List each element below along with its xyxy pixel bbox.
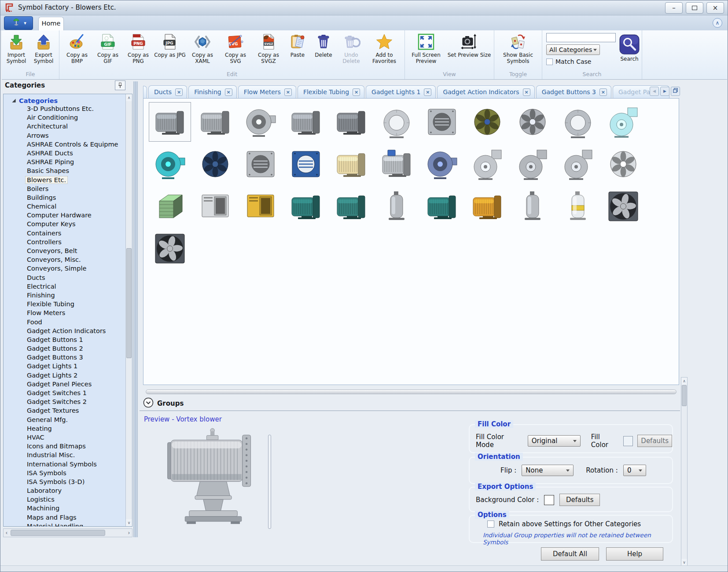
add-to-favorites-button[interactable]: Add to Favorites xyxy=(365,32,403,64)
category-item-gadget-buttons-1[interactable]: Gadget Buttons 1 xyxy=(4,336,125,345)
symbol-thumb-22[interactable] xyxy=(602,144,644,184)
category-item-isa-symbols-3-d[interactable]: ISA Symbols (3-D) xyxy=(4,478,125,487)
panel-vertical-scrollbar[interactable]: ∧ ∨ xyxy=(681,377,688,566)
search-button[interactable]: Search xyxy=(619,33,640,62)
category-item-gadget-lights-2[interactable]: Gadget Lights 2 xyxy=(4,372,125,381)
copy-as-svg-button[interactable]: SVGCopy as SVG xyxy=(219,32,252,64)
category-item-gadget-buttons-3[interactable]: Gadget Buttons 3 xyxy=(4,354,125,363)
symbol-thumb-3[interactable] xyxy=(239,102,282,142)
sidebar-splitter[interactable] xyxy=(133,81,138,537)
symbol-thumb-17[interactable] xyxy=(375,144,418,184)
symbol-thumb-6[interactable] xyxy=(375,102,418,142)
symbol-thumb-7[interactable] xyxy=(421,102,463,142)
symbol-thumb-13[interactable] xyxy=(194,144,236,184)
symbol-thumb-11[interactable] xyxy=(602,102,644,142)
category-item-buildings[interactable]: Buildings xyxy=(4,194,125,203)
close-button[interactable]: × xyxy=(706,2,724,14)
pin-button[interactable] xyxy=(115,81,125,90)
category-item-gadget-switches-1[interactable]: Gadget Switches 1 xyxy=(4,389,125,398)
flip-select[interactable]: None xyxy=(522,465,574,476)
category-item-air-conditioning[interactable]: Air Conditioning xyxy=(4,114,125,123)
category-item-architectural[interactable]: Architectural xyxy=(4,123,125,132)
category-item-material-handling[interactable]: Material Handling xyxy=(4,523,125,527)
category-item-isa-symbols[interactable]: ISA Symbols xyxy=(4,469,125,478)
category-item-gadget-textures[interactable]: Gadget Textures xyxy=(4,407,125,416)
symbol-thumb-20[interactable] xyxy=(511,144,554,184)
symbol-thumb-14[interactable] xyxy=(239,144,282,184)
symbol-thumb-15[interactable] xyxy=(285,144,327,184)
export-symbol-button[interactable]: Export Symbol xyxy=(29,32,58,64)
tab-close-icon[interactable]: × xyxy=(599,88,607,96)
category-item-heating[interactable]: Heating xyxy=(4,425,125,434)
set-preview-size-button[interactable]: Set Preview Size xyxy=(446,32,493,58)
symbol-thumb-4[interactable] xyxy=(285,102,327,142)
tab-close-icon[interactable]: × xyxy=(523,88,530,96)
symbol-thumb-31[interactable] xyxy=(511,187,554,226)
fill-color-swatch[interactable] xyxy=(623,436,633,446)
tab-ducts[interactable]: Ducts× xyxy=(148,85,187,98)
category-item-flow-meters[interactable]: Flow Meters xyxy=(4,309,125,318)
scrollbar-thumb[interactable] xyxy=(126,248,132,358)
copy-as-jpg-button[interactable]: JPGCopy as JPG xyxy=(154,32,186,58)
import-symbol-button[interactable]: Import Symbol xyxy=(3,32,29,64)
tree-vertical-scrollbar[interactable]: ∧ ∨ xyxy=(125,94,132,526)
tab-gadget-lights-1[interactable]: Gadget Lights 1× xyxy=(366,85,436,98)
tab-scroll-left-button[interactable]: ◀ xyxy=(650,87,659,96)
show-basic-symbols-button[interactable]: Show Basic Symbols xyxy=(496,32,540,64)
symbol-thumb-1[interactable] xyxy=(149,102,191,142)
delete-button[interactable]: Delete xyxy=(310,32,337,58)
symbol-thumb-28[interactable] xyxy=(375,187,418,226)
default-all-button[interactable]: Default All xyxy=(541,547,599,561)
category-item-blowers-etc[interactable]: Blowers Etc. xyxy=(4,176,125,185)
symbol-thumb-21[interactable] xyxy=(557,144,599,184)
tab-close-icon[interactable]: × xyxy=(284,88,292,96)
category-item-ashrae-controls-equipme[interactable]: ASHRAE Controls & Equipme xyxy=(4,141,125,150)
scrollbar-thumb[interactable] xyxy=(11,530,105,536)
tab-close-icon[interactable]: × xyxy=(175,88,183,96)
help-button[interactable]: Help xyxy=(606,547,663,561)
full-screen-preview-button[interactable]: Full Screen Preview xyxy=(406,32,446,64)
symbol-thumb-19[interactable] xyxy=(466,144,508,184)
tab-finishing[interactable]: Finishing× xyxy=(188,85,237,98)
category-item-arrows[interactable]: Arrows xyxy=(4,132,125,141)
category-filter-select[interactable]: All Categories xyxy=(546,44,600,55)
search-input[interactable] xyxy=(546,33,616,42)
symbol-thumb-25[interactable] xyxy=(239,187,282,226)
tab-close-icon[interactable]: × xyxy=(353,88,360,96)
category-item-gadget-lights-1[interactable]: Gadget Lights 1 xyxy=(4,363,125,371)
tree-horizontal-scrollbar[interactable]: ‹ › xyxy=(3,528,132,537)
category-item-gadget-panel-pieces[interactable]: Gadget Panel Pieces xyxy=(4,381,125,389)
category-item-ashrae-piping[interactable]: ASHRAE Piping xyxy=(4,158,125,167)
category-item-general-mfg[interactable]: General Mfg. xyxy=(4,416,125,425)
match-case-checkbox[interactable]: Match Case xyxy=(546,58,617,65)
preview-splitter-handle[interactable] xyxy=(268,435,271,529)
scroll-right-icon[interactable]: › xyxy=(126,529,132,537)
category-item-maps-and-flags[interactable]: Maps and Flags xyxy=(4,514,125,523)
scroll-down-icon[interactable]: ∨ xyxy=(681,559,687,566)
category-item-conveyors-simple[interactable]: Conveyors, Simple xyxy=(4,265,125,274)
symbol-thumb-23[interactable] xyxy=(149,187,191,226)
symbol-thumb-33[interactable] xyxy=(602,187,644,226)
category-item-boilers[interactable]: Boilers xyxy=(4,185,125,194)
category-item-gadget-switches-2[interactable]: Gadget Switches 2 xyxy=(4,398,125,407)
scroll-left-icon[interactable]: ‹ xyxy=(4,529,10,537)
groups-header[interactable]: Groups xyxy=(143,397,184,410)
category-item-basic-shapes[interactable]: Basic Shapes xyxy=(4,167,125,176)
rotation-select[interactable]: 0 xyxy=(623,465,646,476)
tree-root-categories[interactable]: Categories xyxy=(4,96,125,105)
symbol-thumb-26[interactable] xyxy=(285,187,327,226)
tab-home[interactable]: Home xyxy=(38,17,64,30)
tab-scroll-right-button[interactable]: ▶ xyxy=(660,87,669,96)
category-item-logistics[interactable]: Logistics xyxy=(4,496,125,505)
symbol-thumb-2[interactable] xyxy=(194,102,236,142)
symbol-thumb-34[interactable] xyxy=(149,229,191,268)
symbol-thumb-27[interactable] xyxy=(330,187,372,226)
category-item-gadget-buttons-2[interactable]: Gadget Buttons 2 xyxy=(4,345,125,354)
category-item-chemical[interactable]: Chemical xyxy=(4,203,125,212)
tab-close-icon[interactable]: × xyxy=(424,88,431,96)
fill-color-mode-select[interactable]: Original xyxy=(528,435,581,447)
symbol-thumb-30[interactable] xyxy=(466,187,508,226)
category-item-3-d-pushbuttons-etc[interactable]: 3-D Pushbuttons Etc. xyxy=(4,105,125,114)
category-item-machining[interactable]: Machining xyxy=(4,505,125,513)
symbol-thumb-16[interactable] xyxy=(330,144,372,184)
